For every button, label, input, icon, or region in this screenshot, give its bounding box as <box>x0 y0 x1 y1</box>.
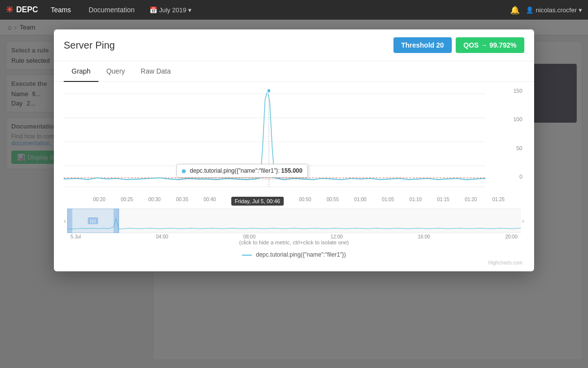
legend-hint: (click to hide a metric, ctrl+click to i… <box>64 239 524 245</box>
chart-container: 150 100 50 0 <box>64 88 524 265</box>
user-icon: 👤 <box>526 6 534 14</box>
y-label-50: 50 <box>509 145 522 151</box>
x-axis-labels: 00:20 00:25 00:30 00:35 00:40 Friday, Ju… <box>64 196 524 207</box>
tooltip-series-dot <box>182 169 186 173</box>
nav-date[interactable]: 📅 July 2019 ▾ <box>149 6 192 14</box>
main-chart: 150 100 50 0 <box>64 88 524 196</box>
x-label-0120: 01:20 <box>465 197 477 206</box>
x-label-0115: 01:15 <box>437 197 449 206</box>
chart-tooltip-popup: depc.tutorial.ping({"name":"filer1"}: 15… <box>176 164 308 178</box>
svg-point-7 <box>267 88 271 93</box>
x-crosshair-label: Friday, Jul 5, 00:46 <box>231 197 284 206</box>
modal-header: Server Ping Threshold 20 QOS → 99.792% <box>54 29 534 61</box>
mini-x-labels: 5 Jul 04:00 08:00 12:00 16:00 20:00 <box>64 233 524 239</box>
tab-graph[interactable]: Graph <box>64 61 98 82</box>
modal-dialog: Server Ping Threshold 20 QOS → 99.792% G… <box>54 29 534 271</box>
modal-title: Server Ping <box>64 40 115 51</box>
main-chart-svg <box>64 88 524 196</box>
mini-scroll-left[interactable]: ‹ <box>64 217 66 225</box>
app-name: DEPC <box>16 5 38 14</box>
x-label-0110: 01:10 <box>410 197 422 206</box>
x-label-0125: 01:25 <box>492 197 505 206</box>
x-label-0100: 01:00 <box>354 197 367 206</box>
mini-x-label-4: 16:00 <box>418 234 430 239</box>
bell-icon[interactable]: 🔔 <box>510 5 520 15</box>
mini-scroll-right[interactable]: › <box>522 217 524 225</box>
threshold-button[interactable]: Threshold 20 <box>393 37 452 53</box>
top-navigation: ✳ DEPC Teams Documentation 📅 July 2019 ▾… <box>0 0 588 20</box>
nav-teams[interactable]: Teams <box>46 6 75 14</box>
mini-chart <box>67 209 521 233</box>
modal-tabs: Graph Query Raw Data <box>54 61 534 82</box>
x-label-0025: 00:25 <box>121 197 133 206</box>
nav-right: 🔔 👤 nicolas.crocfer ▾ <box>510 5 582 15</box>
tooltip-date: Friday, Jul 5, 00:46 <box>235 198 280 204</box>
legend-line-icon <box>242 255 252 256</box>
legend-series-label: depc.tutorial.ping({"name":"filer1"}) <box>256 251 346 258</box>
highcharts-credit: Highcharts.com <box>64 260 524 265</box>
y-label-0: 0 <box>509 174 522 180</box>
mini-x-label-1: 04:00 <box>156 234 168 239</box>
y-axis-labels: 150 100 50 0 <box>507 88 524 180</box>
username: nicolas.crocfer <box>536 6 577 14</box>
modal-overlay[interactable]: Server Ping Threshold 20 QOS → 99.792% G… <box>0 20 588 368</box>
mini-x-label-2: 08:00 <box>243 234 255 239</box>
qos-button[interactable]: QOS → 99.792% <box>456 37 524 53</box>
y-label-150: 150 <box>509 88 522 94</box>
svg-rect-10 <box>67 209 73 233</box>
chart-legend[interactable]: depc.tutorial.ping({"name":"filer1"}) <box>64 247 524 260</box>
mini-chart-container: ‹ <box>64 209 524 239</box>
modal-body: 150 100 50 0 <box>54 82 534 271</box>
nav-documentation[interactable]: Documentation <box>84 6 140 14</box>
x-label-0035: 00:35 <box>176 197 188 206</box>
tab-raw-data[interactable]: Raw Data <box>133 61 178 82</box>
x-label-0020: 00:20 <box>93 197 105 206</box>
x-label-0040: 00:40 <box>204 197 216 206</box>
x-label-0105: 01:05 <box>382 197 394 206</box>
svg-rect-8 <box>67 209 521 233</box>
mini-chart-svg <box>67 209 521 233</box>
x-label-0050: 00:50 <box>299 197 311 206</box>
mini-x-label-0: 5 Jul <box>71 234 81 239</box>
x-label-0030: 00:30 <box>148 197 161 206</box>
tooltip-series-label: depc.tutorial.ping({"name":"filer1"}: 15… <box>190 167 302 174</box>
app-logo[interactable]: ✳ DEPC <box>6 4 38 15</box>
modal-header-actions: Threshold 20 QOS → 99.792% <box>393 37 524 53</box>
mini-x-label-3: 12:00 <box>331 234 343 239</box>
background-page: ⌂ › Team Select a rule Rule selected Exe… <box>0 20 588 368</box>
y-label-100: 100 <box>509 116 522 122</box>
x-label-0055: 00:55 <box>326 197 339 206</box>
user-menu[interactable]: 👤 nicolas.crocfer ▾ <box>526 6 582 14</box>
tab-query[interactable]: Query <box>98 61 133 82</box>
logo-icon: ✳ <box>6 4 13 15</box>
mini-x-label-5: 20:00 <box>505 234 517 239</box>
svg-rect-11 <box>113 209 119 233</box>
